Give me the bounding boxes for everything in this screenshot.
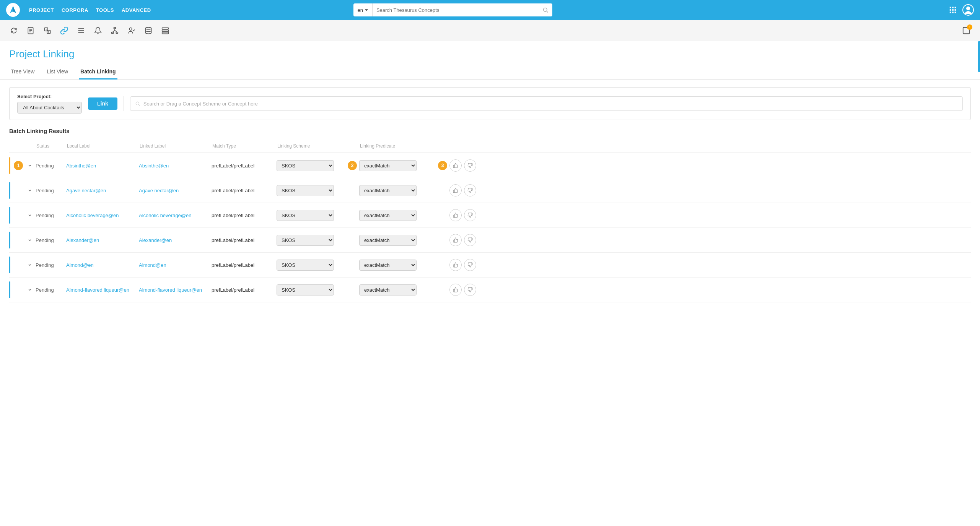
approve-button[interactable] — [449, 209, 462, 221]
step3-badge-cell: 3 — [436, 161, 449, 170]
hierarchy-button[interactable] — [107, 23, 122, 38]
notification-button[interactable]: ! — [959, 23, 974, 38]
linked-label-cell: Agave nectar@en — [139, 187, 212, 193]
nav-advanced[interactable]: ADVANCED — [122, 7, 151, 13]
nav-corpora[interactable]: CORPORA — [62, 7, 88, 13]
linked-label-link[interactable]: Agave nectar@en — [139, 188, 179, 193]
linked-label-link[interactable]: Alexander@en — [139, 237, 172, 243]
search-input[interactable] — [373, 7, 539, 13]
row-border-accent — [9, 232, 10, 248]
predicate-select-dropdown[interactable]: exactMatch — [359, 235, 417, 246]
linked-label-link[interactable]: Almond@en — [139, 262, 166, 268]
local-label-link[interactable]: Alexander@en — [66, 237, 99, 243]
scheme-select-dropdown[interactable]: SKOS — [277, 185, 334, 196]
scheme-select-dropdown[interactable]: SKOS — [277, 284, 334, 295]
local-label-link[interactable]: Absinthe@en — [66, 163, 96, 169]
project-select-dropdown[interactable]: All About Cocktails — [17, 102, 82, 114]
thumbs-up-icon — [453, 188, 458, 193]
linked-label-link[interactable]: Alcoholic beverage@en — [139, 213, 192, 218]
link-button[interactable]: Link — [88, 97, 117, 110]
approve-button[interactable] — [449, 159, 462, 172]
nav-tools[interactable]: TOOLS — [96, 7, 114, 13]
concept-search-placeholder: Search or Drag a Concept Scheme or Conce… — [143, 101, 258, 107]
approve-button[interactable] — [449, 184, 462, 196]
step1-badge: 1 — [13, 161, 24, 170]
expand-chevron-cell[interactable] — [24, 238, 36, 242]
expand-chevron-cell[interactable] — [24, 213, 36, 218]
concept-search-field[interactable]: Search or Drag a Concept Scheme or Conce… — [130, 96, 963, 111]
user-avatar[interactable] — [962, 4, 974, 16]
reject-button[interactable] — [464, 234, 476, 246]
predicate-select-dropdown[interactable]: exactMatch — [359, 160, 417, 171]
document-button[interactable] — [23, 23, 38, 38]
nav-project[interactable]: PROJECT — [29, 7, 54, 13]
scheme-select-dropdown[interactable]: SKOS — [277, 235, 334, 246]
row-border-accent — [9, 281, 10, 298]
table-row: 1 Pending Absinthe@en Absinthe@en prefLa… — [9, 153, 971, 178]
local-label-link[interactable]: Almond-flavored liqueur@en — [66, 287, 129, 293]
reject-button[interactable] — [464, 159, 476, 172]
page-title: Project Linking — [9, 48, 971, 60]
predicate-select-dropdown[interactable]: exactMatch — [359, 260, 417, 271]
tab-batch-linking[interactable]: Batch Linking — [79, 65, 117, 80]
approve-button[interactable] — [449, 234, 462, 246]
svg-line-35 — [138, 105, 140, 106]
batch-section: Select Project: All About Cocktails Link… — [0, 80, 980, 310]
expand-chevron-cell[interactable] — [24, 263, 36, 267]
reject-button[interactable] — [464, 184, 476, 196]
translate-button[interactable] — [40, 23, 55, 38]
project-select-label: Select Project: — [17, 94, 82, 99]
language-selector[interactable]: en — [353, 3, 372, 16]
list-button[interactable] — [73, 23, 89, 38]
refresh-button[interactable] — [6, 23, 21, 38]
approve-button[interactable] — [449, 284, 462, 296]
linked-label-cell: Almond-flavored liqueur@en — [139, 287, 212, 293]
scheme-select-dropdown[interactable]: SKOS — [277, 260, 334, 271]
status-cell: Pending — [36, 163, 66, 169]
reject-button[interactable] — [464, 284, 476, 296]
predicate-select-dropdown[interactable]: exactMatch — [359, 185, 417, 196]
server-button[interactable] — [158, 23, 173, 38]
user-management-button[interactable] — [124, 23, 139, 38]
reject-button[interactable] — [464, 259, 476, 271]
nav-right — [949, 4, 974, 16]
chevron-down-icon — [28, 163, 32, 168]
scheme-cell: SKOS — [277, 235, 345, 246]
expand-chevron-cell[interactable] — [24, 163, 36, 168]
apps-icon[interactable] — [949, 6, 957, 14]
svg-rect-7 — [955, 9, 956, 11]
app-logo[interactable] — [6, 3, 20, 17]
local-label-link[interactable]: Alcoholic beverage@en — [66, 213, 119, 218]
expand-chevron-cell[interactable] — [24, 188, 36, 193]
predicate-cell: exactMatch — [359, 210, 436, 221]
search-button[interactable] — [539, 7, 552, 13]
results-rows: 1 Pending Absinthe@en Absinthe@en prefLa… — [9, 153, 971, 302]
predicate-select-dropdown[interactable]: exactMatch — [359, 284, 417, 295]
vertical-divider — [124, 96, 124, 111]
thumbs-down-icon — [467, 188, 473, 193]
scheme-select-dropdown[interactable]: SKOS — [277, 160, 334, 171]
reject-button[interactable] — [464, 209, 476, 221]
tab-list-view[interactable]: List View — [45, 65, 70, 80]
svg-line-26 — [112, 30, 115, 32]
local-label-link[interactable]: Agave nectar@en — [66, 188, 106, 193]
linked-label-cell: Alcoholic beverage@en — [139, 212, 212, 218]
bell-button[interactable] — [90, 23, 106, 38]
local-label-cell: Alexander@en — [66, 237, 139, 243]
linked-label-link[interactable]: Almond-flavored liqueur@en — [139, 287, 202, 293]
link-tool-button[interactable] — [57, 23, 72, 38]
match-type-cell: prefLabel/prefLabel — [212, 163, 277, 169]
row-border-accent — [9, 157, 10, 174]
scheme-select-dropdown[interactable]: SKOS — [277, 210, 334, 221]
tab-tree-view[interactable]: Tree View — [9, 65, 36, 80]
notification-badge: ! — [967, 24, 972, 30]
approve-button[interactable] — [449, 259, 462, 271]
expand-chevron-cell[interactable] — [24, 287, 36, 292]
svg-rect-2 — [950, 7, 951, 8]
predicate-select-dropdown[interactable]: exactMatch — [359, 210, 417, 221]
local-label-link[interactable]: Almond@en — [66, 262, 94, 268]
table-row: Pending Almond-flavored liqueur@en Almon… — [9, 278, 971, 302]
batch-results-title: Batch Linking Results — [9, 128, 971, 134]
database-button[interactable] — [141, 23, 156, 38]
linked-label-link[interactable]: Absinthe@en — [139, 163, 169, 169]
